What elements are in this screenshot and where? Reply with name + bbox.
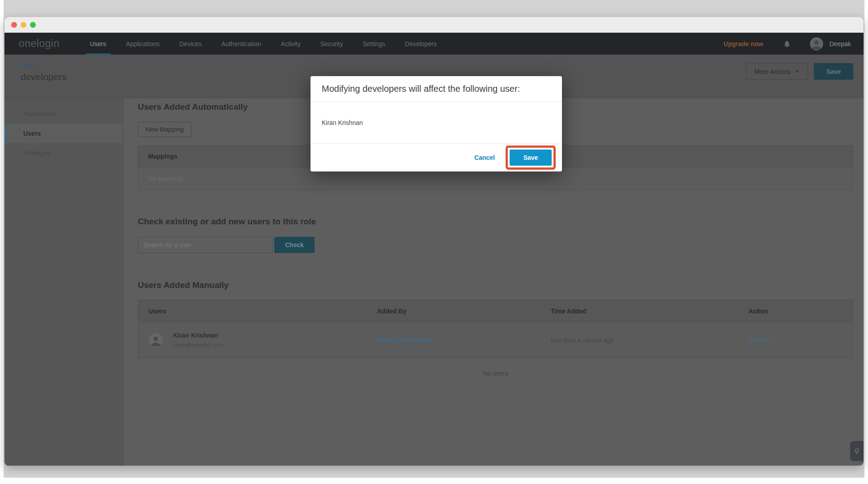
nav-tab-authentication[interactable]: Authentication [212,33,271,55]
nav-tab-devices[interactable]: Devices [170,33,212,55]
sidebar-item-applications[interactable]: Applications [4,104,123,124]
navbar-right: Upgrade now Deepak [723,33,864,55]
no-users-text: No users [138,370,853,377]
user-name-label[interactable]: Deepak [830,40,851,47]
column-header-time-added: Time Added [551,308,749,315]
chevron-down-icon: ▼ [795,69,800,74]
time-added-value: less than a minute ago [551,337,749,344]
added-by-link[interactable]: Deepak Prabhakara [377,337,551,344]
search-user-input[interactable] [138,237,273,253]
modal-save-button[interactable]: Save [510,150,552,166]
confirm-modal: Modifying developers will affect the fol… [311,76,562,171]
more-actions-label: More Actions [754,68,791,75]
check-section-heading: Check existing or add new users to this … [138,215,853,228]
modal-body: Kiran Krishnan [311,102,562,144]
nav-tab-settings[interactable]: Settings [353,33,395,55]
column-header-action: Action [749,308,853,315]
modal-title: Modifying developers will affect the fol… [322,84,520,94]
lightbulb-icon [853,448,860,455]
role-sidebar: Applications Users Privileges [4,98,123,466]
manual-users-table: Users Added By Time Added Action Kiran K… [138,300,853,358]
more-actions-button[interactable]: More Actions ▼ [746,63,808,80]
user-email: kiran@boxyhq.com [173,342,223,348]
row-avatar [149,333,163,347]
remove-user-link[interactable]: Remove [749,337,853,344]
help-lightbulb-tab[interactable] [850,441,864,461]
new-mapping-button[interactable]: New Mapping [138,122,191,137]
nav-items: Users Applications Devices Authenticatio… [80,33,447,55]
zoom-window-icon[interactable] [30,22,36,28]
column-header-users: Users [138,308,377,315]
user-avatar[interactable] [810,37,823,51]
nav-tab-developers[interactable]: Developers [395,33,447,55]
notifications-bell-icon[interactable] [783,40,791,48]
nav-tab-security[interactable]: Security [311,33,353,55]
sidebar-item-privileges[interactable]: Privileges [4,143,123,163]
modal-header: Modifying developers will affect the fol… [311,76,562,102]
mappings-column-header: Mappings [138,153,177,160]
onelogin-logo: onelogin [4,33,70,55]
manual-users-table-header: Users Added By Time Added Action [138,300,853,322]
table-row: Kiran Krishnan kiran@boxyhq.com Deepak P… [138,322,853,358]
minimize-window-icon[interactable] [21,22,26,28]
upgrade-now-link[interactable]: Upgrade now [723,40,763,47]
window-titlebar [4,17,864,33]
column-header-added-by: Added By [377,308,551,315]
save-button-highlight-annotation: Save [506,146,556,170]
user-cell: Kiran Krishnan kiran@boxyhq.com [138,332,377,348]
check-button[interactable]: Check [274,237,315,253]
modal-cancel-button[interactable]: Cancel [474,154,495,161]
top-navbar: onelogin Users Applications Devices Auth… [4,33,864,55]
nav-tab-activity[interactable]: Activity [271,33,311,55]
header-actions: More Actions ▼ Save [746,63,853,80]
manual-section-heading: Users Added Manually [138,279,853,291]
user-search-row: Check [138,237,853,253]
sidebar-item-users[interactable]: Users [4,124,123,143]
header-save-button[interactable]: Save [814,63,853,80]
breadcrumb-roles-link[interactable]: Roles / [21,62,864,69]
nav-tab-applications[interactable]: Applications [116,33,170,55]
modal-footer: Cancel Save [311,144,562,171]
close-window-icon[interactable] [11,22,17,28]
affected-user-name: Kiran Krishnan [322,119,363,126]
user-full-name: Kiran Krishnan [173,332,223,339]
nav-tab-users[interactable]: Users [80,33,116,55]
